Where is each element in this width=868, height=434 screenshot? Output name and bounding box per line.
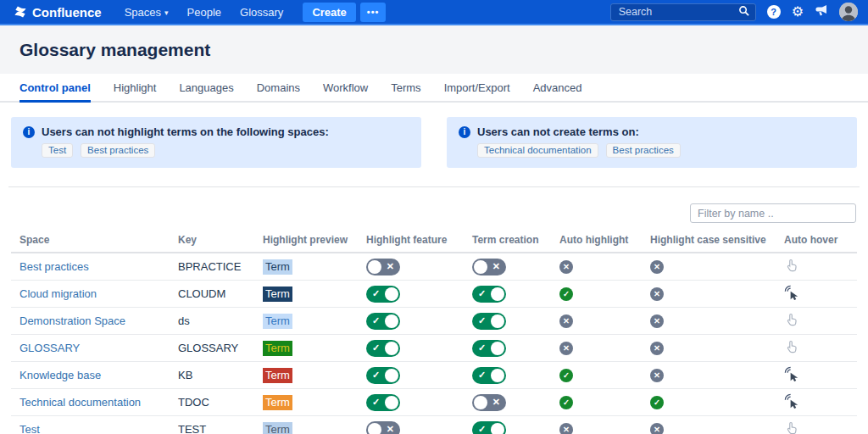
search-icon[interactable] <box>738 4 749 19</box>
toggle-knob <box>385 342 398 355</box>
highlight-preview-cell: Term <box>254 281 358 308</box>
case-sensitive-status[interactable]: ✕ <box>650 287 664 301</box>
term-creation-toggle[interactable]: ✕ <box>472 394 506 411</box>
auto-highlight-status[interactable]: ✕ <box>559 342 573 355</box>
term-preview: Term <box>263 368 292 383</box>
highlight-feature-cell: ✓ <box>358 335 464 362</box>
space-link[interactable]: Demonstration Space <box>19 314 125 327</box>
more-menu-button[interactable]: ••• <box>360 3 387 22</box>
highlight-feature-toggle[interactable]: ✕ <box>366 259 400 275</box>
tab-highlight[interactable]: Highlight <box>114 74 157 101</box>
nav-item-glossary[interactable]: Glossary <box>240 6 283 19</box>
auto-highlight-cell: ✓ <box>551 389 642 416</box>
space-chip[interactable]: Technical documentation <box>477 143 598 158</box>
check-icon: ✓ <box>478 424 486 434</box>
hand-pointer-icon[interactable] <box>784 312 799 330</box>
tab-import-export[interactable]: Import/Export <box>444 74 510 101</box>
tab-workflow[interactable]: Workflow <box>323 74 368 101</box>
highlight-preview-cell: Term <box>254 362 358 389</box>
term-creation-toggle[interactable]: ✓ <box>472 313 506 330</box>
space-chip[interactable]: Best practices <box>81 143 155 158</box>
highlight-preview-cell: Term <box>254 389 358 416</box>
highlight-feature-toggle[interactable]: ✓ <box>366 394 400 411</box>
space-chip[interactable]: Best practices <box>606 143 681 158</box>
highlight-feature-toggle[interactable]: ✕ <box>366 421 400 434</box>
toggle-knob <box>385 287 398 301</box>
auto-highlight-status[interactable]: ✕ <box>559 260 573 274</box>
space-link[interactable]: Knowledge base <box>19 369 101 381</box>
highlight-preview-cell: Term <box>254 308 358 335</box>
tab-languages[interactable]: Languages <box>179 74 233 101</box>
click-cursor-icon[interactable] <box>784 285 799 303</box>
tab-advanced[interactable]: Advanced <box>533 74 582 101</box>
nav-items: Spaces▾PeopleGlossary <box>115 4 293 19</box>
auto-highlight-status[interactable]: ✕ <box>559 314 573 328</box>
key-cell: TDOC <box>170 389 254 416</box>
auto-hover-cell <box>776 416 857 434</box>
case-sensitive-status[interactable]: ✕ <box>650 369 664 382</box>
term-creation-cell: ✓ <box>464 308 551 335</box>
check-icon: ✓ <box>372 315 380 326</box>
section-divider <box>8 186 860 187</box>
highlight-feature-cell: ✓ <box>358 281 464 308</box>
nav-item-people[interactable]: People <box>187 6 221 19</box>
highlight-feature-toggle[interactable]: ✓ <box>366 286 400 303</box>
highlight-feature-cell: ✓ <box>358 362 464 389</box>
space-link[interactable]: Cloud migration <box>19 287 97 300</box>
term-creation-toggle[interactable]: ✓ <box>472 340 506 357</box>
info-icon: i <box>23 126 35 138</box>
help-icon[interactable]: ? <box>767 5 781 19</box>
space-link[interactable]: Technical documentation <box>19 396 141 409</box>
highlight-feature-toggle[interactable]: ✓ <box>366 367 400 384</box>
space-link[interactable]: GLOSSARY <box>19 342 80 354</box>
auto-highlight-status[interactable]: ✓ <box>559 287 573 301</box>
click-cursor-icon[interactable] <box>784 393 799 411</box>
case-sensitive-status[interactable]: ✕ <box>650 423 664 434</box>
gear-icon[interactable]: ⚙ <box>792 5 804 19</box>
space-cell: Demonstration Space <box>11 308 170 335</box>
toggle-knob <box>385 396 398 409</box>
tab-domains[interactable]: Domains <box>257 74 300 101</box>
tab-terms[interactable]: Terms <box>391 74 420 101</box>
hand-pointer-icon[interactable] <box>784 420 799 434</box>
case-sensitive-status[interactable]: ✕ <box>650 260 664 274</box>
case-sensitive-cell: ✕ <box>642 308 776 335</box>
case-sensitive-status[interactable]: ✕ <box>650 314 664 328</box>
tab-control-panel[interactable]: Control panel <box>19 74 91 103</box>
auto-highlight-status[interactable]: ✕ <box>559 423 573 434</box>
toggle-knob <box>491 287 504 301</box>
term-creation-toggle[interactable]: ✓ <box>472 421 506 434</box>
search-input[interactable] <box>617 5 738 19</box>
toggle-knob <box>385 314 398 328</box>
nav-item-spaces[interactable]: Spaces▾ <box>125 6 169 19</box>
space-link[interactable]: Test <box>19 423 40 434</box>
brand-label: Confluence <box>32 5 102 19</box>
notice-title: Users can not create terms on: <box>477 125 639 138</box>
auto-highlight-status[interactable]: ✓ <box>559 369 573 382</box>
space-chip[interactable]: Test <box>42 143 73 158</box>
highlight-feature-toggle[interactable]: ✓ <box>366 313 400 330</box>
term-creation-toggle[interactable]: ✓ <box>472 367 506 384</box>
confluence-logo[interactable]: Confluence <box>14 5 102 19</box>
space-link[interactable]: Best practices <box>19 260 89 273</box>
case-sensitive-status[interactable]: ✓ <box>650 396 664 409</box>
user-avatar[interactable] <box>839 3 858 21</box>
click-cursor-icon[interactable] <box>784 366 799 384</box>
page-header: Glossary management <box>0 25 868 74</box>
toggle-knob <box>491 342 504 355</box>
hand-pointer-icon[interactable] <box>784 258 799 275</box>
notice-head: i Users can not create terms on: <box>459 125 845 138</box>
term-creation-toggle[interactable]: ✕ <box>472 259 506 275</box>
case-sensitive-status[interactable]: ✕ <box>650 342 664 355</box>
space-cell: Knowledge base <box>11 362 170 389</box>
table-row: Demonstration SpacedsTerm✓✓✕✕ <box>11 308 857 335</box>
highlight-feature-toggle[interactable]: ✓ <box>366 340 400 357</box>
create-button[interactable]: Create <box>303 3 355 22</box>
auto-highlight-status[interactable]: ✓ <box>559 396 573 409</box>
top-navigation: Confluence Spaces▾PeopleGlossary Create … <box>0 0 868 25</box>
hand-pointer-icon[interactable] <box>784 339 799 357</box>
search-box[interactable] <box>610 3 756 21</box>
megaphone-icon[interactable] <box>815 4 828 20</box>
filter-by-name-input[interactable] <box>690 203 856 223</box>
term-creation-toggle[interactable]: ✓ <box>472 286 506 303</box>
